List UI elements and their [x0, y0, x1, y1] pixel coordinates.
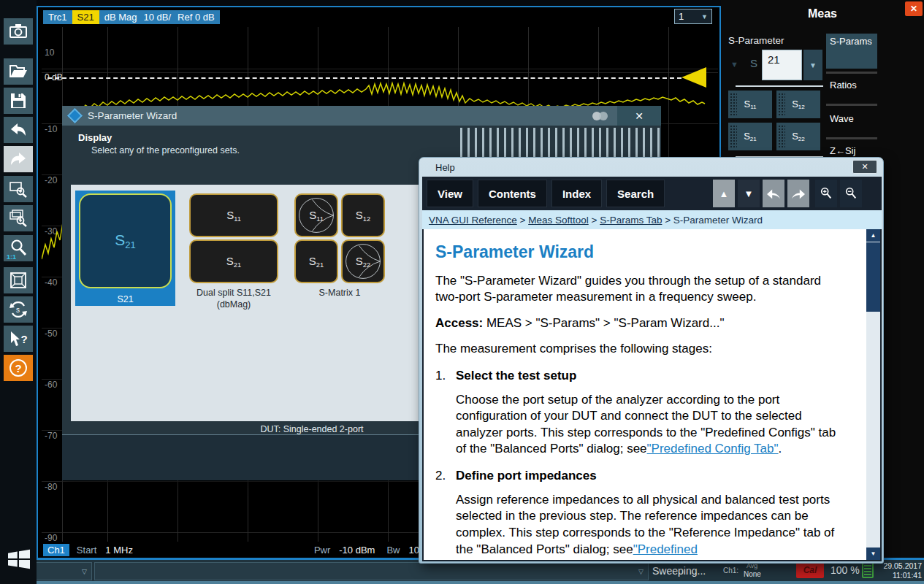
tab-search[interactable]: Search [606, 180, 665, 207]
wizard-title: S-Parameter Wizard [88, 110, 177, 121]
pwr-label: Pwr [314, 545, 330, 556]
chevron-down-icon: ▽ [82, 568, 87, 575]
s21-button[interactable]: S21 [728, 123, 772, 150]
panel-close-button[interactable]: ✕ [905, 1, 923, 16]
help-scrollbar[interactable]: ▲ ▼ [866, 229, 880, 560]
time-value: 11:01:41 [893, 571, 922, 580]
predefined-config-tab-link[interactable]: "Predefined Config Tab" [647, 442, 779, 456]
help-icon: ? [9, 359, 27, 377]
breadcrumb-link[interactable]: S-Params Tab [600, 215, 662, 226]
chevron-down-icon: ▽ [638, 568, 644, 575]
predefined-link[interactable]: "Predefined [633, 542, 698, 556]
breadcrumb-link[interactable]: VNA GUI Reference [429, 215, 517, 226]
zoom-reset-button[interactable]: 1:1 [4, 235, 33, 261]
frame-icon [9, 272, 27, 289]
tile-s11-smith[interactable]: S11 [294, 193, 338, 237]
magnifier-minus-icon [844, 187, 858, 200]
tab-divider [826, 104, 877, 106]
wizard-close-button[interactable]: ✕ [617, 106, 661, 126]
windows-start-button[interactable] [3, 542, 35, 577]
trace-param-chip[interactable]: S21 [72, 10, 99, 24]
preset-label: S21 [75, 294, 175, 304]
left-toolbar: 1:1 s ? ? [0, 0, 37, 584]
help-button[interactable]: ? [4, 355, 33, 381]
tile-s22-smith[interactable]: S22 [341, 239, 385, 283]
forward-button[interactable] [787, 180, 809, 207]
tile-s11[interactable]: S11 [189, 193, 278, 237]
diagram-number-select[interactable]: 1 ▼ [674, 9, 712, 24]
taskbar-segment[interactable]: ▽ [94, 562, 649, 580]
help-access-line: Access: MEAS > "S-Params" > "S-Param Wiz… [435, 315, 847, 332]
bw-label: Bw [386, 545, 400, 556]
s-parameter-input[interactable]: 21 [762, 50, 802, 80]
sweep-status: Sweeping... [652, 565, 706, 577]
transparency-toggle-icon[interactable] [592, 112, 608, 120]
help-window: Help ✕ View Contents Index Search ▲ ▼ [419, 157, 884, 564]
zoom-diagram-button[interactable] [4, 205, 33, 231]
bw-value: 10 [408, 545, 419, 556]
tab-view[interactable]: View [427, 180, 473, 207]
help-stages-intro: The measurement comprises the following … [435, 341, 847, 358]
zoom-select-button[interactable] [4, 176, 33, 202]
trace-scale-chip[interactable]: 10 dB/ [142, 10, 176, 24]
svg-text:s: s [16, 306, 20, 314]
scroll-up-button[interactable]: ▲ [713, 180, 735, 207]
forward-arrow-icon [790, 187, 806, 200]
start-value: 1 MHz [105, 545, 133, 556]
trace-format-chip[interactable]: dB Mag [99, 10, 142, 24]
breadcrumb-link[interactable]: Meas Softtool [528, 215, 589, 226]
help-close-button[interactable]: ✕ [852, 160, 877, 174]
date-time[interactable]: 29.05.2017 11:01:41 [883, 561, 922, 580]
s11-button[interactable]: S11 [728, 91, 772, 118]
tab-index[interactable]: Index [551, 180, 602, 207]
zoom-in-button[interactable] [815, 180, 837, 207]
screen-footer-strip [0, 581, 924, 584]
trace-info-bar[interactable]: Trc1 S21 dB Mag 10 dB/ Ref 0 dB [43, 10, 220, 24]
screenshot-button[interactable] [4, 18, 33, 45]
wizard-section-heading: Display [78, 132, 112, 143]
preset-single-s21[interactable]: S21 S21 [75, 191, 175, 306]
tab-ratios[interactable]: Ratios [826, 77, 877, 101]
folder-open-icon [9, 64, 28, 80]
trace-name-chip[interactable]: Trc1 [43, 10, 72, 24]
scrollbar-down-button[interactable]: ▼ [866, 548, 880, 560]
tile-s21[interactable]: S21 [189, 239, 278, 283]
help-window-title: Help [435, 162, 455, 173]
undo-button[interactable] [4, 117, 33, 143]
tab-contents[interactable]: Contents [478, 180, 547, 207]
s12-button[interactable]: S12 [776, 91, 820, 118]
tile-s21[interactable]: S21 [294, 239, 338, 283]
help-title-bar[interactable]: Help ✕ [419, 158, 883, 177]
help-content[interactable]: S-Parameter Wizard The "S-Parameter Wiza… [424, 229, 880, 560]
sweep-restart-icon: s [9, 300, 28, 319]
start-label: Start [77, 545, 96, 556]
chevron-down-icon: ▼ [701, 13, 708, 20]
tab-wave[interactable]: Wave [826, 111, 877, 134]
scrollbar-up-button[interactable]: ▲ [866, 229, 880, 242]
date-value: 29.05.2017 [883, 561, 922, 570]
maximize-diagram-button[interactable] [4, 267, 33, 293]
context-help-button[interactable]: ? [4, 326, 33, 352]
trace-ref-chip[interactable]: Ref 0 dB [176, 10, 220, 24]
scroll-down-button[interactable]: ▼ [738, 180, 760, 207]
open-recall-button[interactable] [4, 58, 33, 85]
help-step-1: 1. Select the test setup [435, 368, 847, 385]
tab-divider [826, 72, 877, 74]
tile-s12[interactable]: S12 [341, 193, 385, 237]
redo-button[interactable] [4, 146, 33, 172]
scrollbar-thumb[interactable] [866, 242, 880, 312]
zoom-out-button[interactable] [840, 180, 862, 207]
back-button[interactable] [763, 180, 784, 207]
s-parameter-dropdown-button[interactable]: ▼ [803, 50, 822, 80]
help-intro: The "S-Parameter Wizard" guides you thro… [435, 273, 847, 306]
preset-label: Dual split S11,S21 (dbMag) [180, 287, 287, 311]
restart-sweep-button[interactable]: s [4, 296, 33, 323]
triangle-up-icon: ▲ [871, 232, 877, 239]
zoom-multi-icon [9, 210, 28, 227]
channel-badge[interactable]: Ch1 [43, 544, 69, 556]
tab-s-params[interactable]: S-Params [826, 34, 877, 69]
s22-button[interactable]: S22 [776, 123, 820, 150]
wizard-title-bar[interactable]: S-Parameter Wizard ✕ [62, 106, 661, 126]
save-button[interactable] [4, 88, 33, 114]
help-heading: S-Parameter Wizard [435, 241, 847, 264]
